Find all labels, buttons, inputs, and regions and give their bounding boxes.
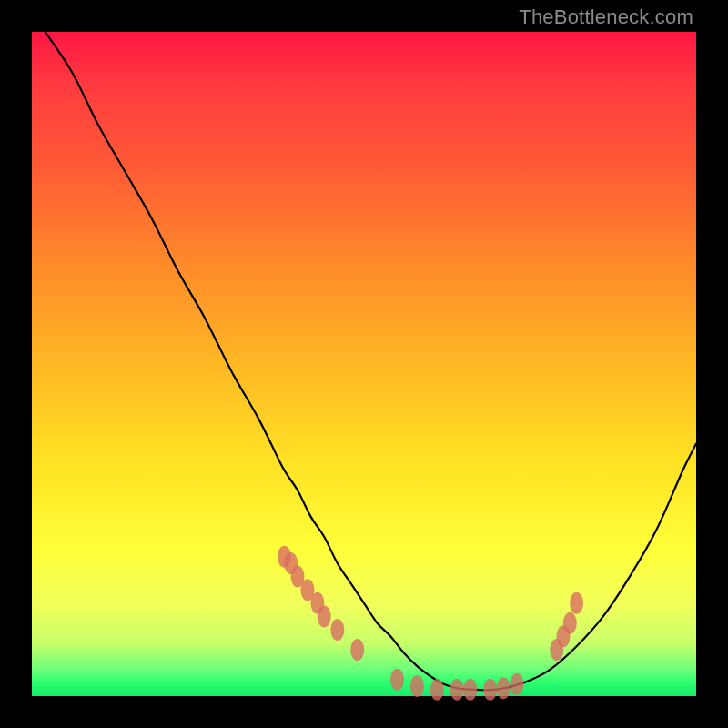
curve-marker bbox=[463, 679, 477, 701]
chart-frame: TheBottleneck.com bbox=[0, 0, 728, 728]
curve-marker bbox=[570, 592, 583, 614]
curve-marker bbox=[430, 679, 444, 701]
curve-marker bbox=[563, 612, 577, 634]
curve-marker bbox=[390, 669, 404, 691]
curve-marker bbox=[318, 605, 331, 627]
curve-marker bbox=[410, 675, 424, 697]
curve-marker bbox=[510, 673, 523, 695]
curve-path bbox=[46, 32, 696, 690]
curve-marker bbox=[330, 619, 344, 641]
curve-marker bbox=[350, 639, 364, 661]
plot-area bbox=[32, 32, 696, 696]
watermark-text: TheBottleneck.com bbox=[519, 5, 693, 29]
curve-marker bbox=[497, 677, 511, 699]
curve-marker bbox=[483, 679, 497, 701]
curve-marker bbox=[450, 679, 464, 701]
bottleneck-curve bbox=[32, 32, 696, 696]
